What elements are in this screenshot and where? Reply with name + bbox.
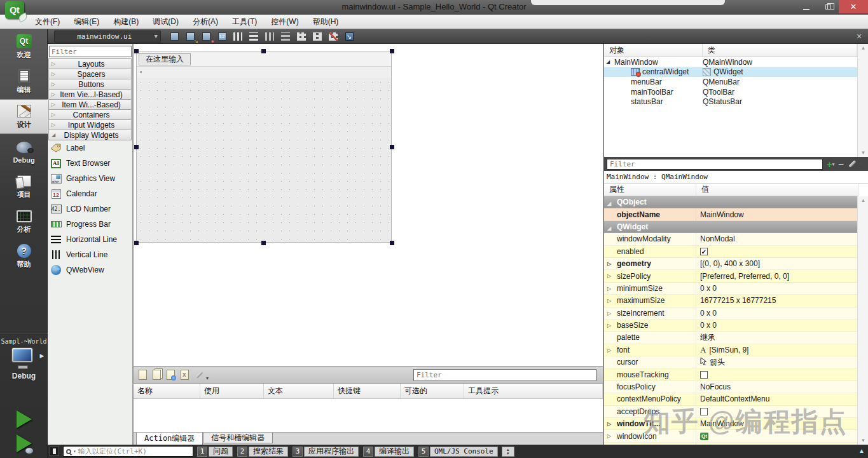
configure-wrench-icon[interactable]: [848, 159, 858, 169]
output-pane-1[interactable]: 1问题: [197, 447, 233, 457]
mode-button-编辑[interactable]: 编辑: [0, 64, 48, 99]
action-column-header[interactable]: 使用: [200, 384, 264, 398]
collapsed-triangle-icon[interactable]: ▷: [607, 433, 611, 439]
run-button[interactable]: [17, 410, 32, 428]
widget-category-ItemWiBased[interactable]: ▷Item Wi...-Based): [48, 99, 132, 110]
property-value[interactable]: 箭头: [696, 357, 858, 368]
remove-dynamic-property-icon[interactable]: −: [838, 159, 844, 170]
widget-item-graphics[interactable]: Graphics View: [48, 171, 132, 186]
scroll-up-icon[interactable]: ▲: [858, 45, 868, 51]
widget-item-vline[interactable]: Vertical Line: [48, 247, 132, 262]
tab-action-editor[interactable]: Action编辑器: [136, 433, 203, 445]
object-row-mainToolBar[interactable]: mainToolBarQToolBar: [604, 87, 857, 97]
action-filter-input[interactable]: [413, 369, 596, 381]
output-pane-toggle-button[interactable]: ▲▼: [502, 447, 514, 457]
object-row-menuBar[interactable]: menuBarQMenuBar: [604, 77, 857, 87]
property-value[interactable]: NonModal: [696, 234, 858, 243]
property-group-QWidget[interactable]: ◢QWidget: [604, 221, 858, 233]
object-inspector-scrollbar[interactable]: ▲ ▼: [857, 44, 868, 157]
layout-horizontal-icon[interactable]: [232, 31, 244, 42]
toolbar-close-button[interactable]: ×: [854, 31, 864, 41]
class-column-header[interactable]: 类: [703, 44, 857, 57]
widget-item-calendar[interactable]: 12Calendar: [48, 186, 132, 201]
output-pane-5[interactable]: 5QML/JS Console: [418, 447, 498, 457]
property-row-cursor[interactable]: cursor箭头: [604, 356, 858, 368]
break-layout-icon[interactable]: [327, 31, 339, 42]
action-column-header[interactable]: 快捷键: [334, 384, 401, 398]
object-row-statusBar[interactable]: statusBarQStatusBar: [604, 97, 857, 107]
property-value[interactable]: 继承: [696, 332, 858, 343]
property-value[interactable]: 0 x 0: [696, 321, 858, 330]
output-pane-3[interactable]: 3应用程序输出: [293, 447, 359, 457]
widget-item-lcd[interactable]: 42.LCD Number: [48, 201, 132, 217]
mode-button-设计[interactable]: 设计: [0, 99, 48, 134]
action-column-header[interactable]: 名称: [134, 384, 200, 398]
layout-vertical-icon[interactable]: [248, 31, 259, 42]
mode-button-欢迎[interactable]: Qt欢迎: [0, 29, 48, 64]
property-row-enabled[interactable]: enabled✓: [604, 246, 858, 258]
property-value[interactable]: [696, 371, 858, 379]
property-row-windowModality[interactable]: windowModalityNonModal: [604, 233, 858, 245]
layout-grid-icon[interactable]: [296, 31, 307, 42]
property-row-sizeIncrement[interactable]: ▷sizeIncrement0 x 0: [604, 307, 858, 320]
property-value[interactable]: MainWindow: [696, 210, 858, 219]
object-row-centralWidget[interactable]: centralWidgetQWidget: [604, 67, 857, 77]
property-value[interactable]: 0 x 0: [696, 284, 858, 293]
splitter-horizontal-icon[interactable]: [264, 31, 275, 42]
property-row-baseSize[interactable]: ▷baseSize0 x 0: [604, 320, 858, 332]
mode-button-Debug[interactable]: Debug: [0, 134, 48, 169]
copy-action-icon[interactable]: [153, 370, 161, 380]
property-row-focusPolicy[interactable]: focusPolicyNoFocus: [604, 381, 858, 393]
property-value[interactable]: [(0, 0), 400 x 300]: [696, 259, 858, 268]
adjust-size-icon[interactable]: ↘: [343, 31, 355, 42]
selection-handle[interactable]: [134, 145, 139, 149]
widget-category-DisplayWidgets[interactable]: ◢Display Widgets: [48, 130, 132, 140]
splitter-vertical-icon[interactable]: [280, 31, 291, 42]
collapsed-triangle-icon[interactable]: ▷: [607, 286, 611, 292]
minimize-button[interactable]: [796, 0, 817, 13]
edit-buddies-icon[interactable]: ●: [200, 31, 212, 42]
property-row-mouseTracking[interactable]: mouseTracking: [604, 368, 858, 381]
menu-item[interactable]: 工具(T): [226, 15, 263, 29]
checkbox-checked-icon[interactable]: ✓: [700, 248, 708, 255]
delete-action-icon[interactable]: x: [181, 370, 189, 380]
widget-category-Buttons[interactable]: ▷Buttons: [48, 79, 132, 90]
mode-button-项目[interactable]: 项目: [0, 169, 48, 204]
selection-handle[interactable]: [134, 49, 139, 53]
menu-item[interactable]: 构建(B): [107, 15, 144, 29]
collapsed-triangle-icon[interactable]: ▷: [607, 323, 611, 328]
widget-category-Spacers[interactable]: ▷Spacers: [48, 69, 132, 79]
action-column-header[interactable]: 文本: [264, 384, 334, 398]
widget-item-label[interactable]: Label: [48, 140, 132, 156]
property-row-font[interactable]: ▷fontA[SimSun, 9]: [604, 344, 858, 356]
property-row-maximumSize[interactable]: ▷maximumSize16777215 x 16777215: [604, 295, 858, 307]
edit-widgets-icon[interactable]: [169, 31, 180, 42]
property-value[interactable]: 0 x 0: [696, 309, 858, 318]
widget-category-Layouts[interactable]: ▷Layouts: [48, 58, 132, 69]
scroll-up-icon[interactable]: ▲: [858, 198, 868, 203]
debug-run-button[interactable]: [17, 434, 32, 452]
property-row-palette[interactable]: palette继承: [604, 332, 858, 344]
menu-item[interactable]: 文件(F): [29, 15, 65, 29]
mode-button-帮助[interactable]: ?帮助: [0, 239, 48, 274]
property-value[interactable]: NoFocus: [696, 382, 858, 391]
checkbox-unchecked-icon[interactable]: [700, 371, 708, 379]
selection-handle[interactable]: [261, 49, 266, 53]
property-value[interactable]: ✓: [696, 248, 858, 255]
kit-selector[interactable]: Sampl-~World ▶ Debug: [0, 333, 48, 381]
menu-item[interactable]: 调试(D): [147, 15, 184, 29]
action-list[interactable]: [134, 399, 603, 432]
widget-item-web[interactable]: QWebView: [48, 262, 132, 278]
collapsed-triangle-icon[interactable]: ▷: [607, 347, 611, 353]
property-column-header[interactable]: 属性: [604, 184, 696, 196]
value-column-header[interactable]: 值: [696, 184, 858, 196]
layout-form-icon[interactable]: [312, 31, 323, 42]
widget-category-Containers[interactable]: ▷Containers: [48, 109, 132, 120]
menu-item[interactable]: 分析(A): [187, 15, 224, 29]
widget-item-progress[interactable]: Progress Bar: [48, 217, 132, 232]
property-filter-input[interactable]: [607, 159, 823, 170]
form-editor-canvas[interactable]: 在这里输入: [134, 44, 603, 366]
object-row-MainWindow[interactable]: ◢MainWindowQMainWindow: [604, 57, 857, 67]
menu-type-here[interactable]: 在这里输入: [139, 53, 191, 65]
form-central-widget[interactable]: [137, 78, 391, 242]
